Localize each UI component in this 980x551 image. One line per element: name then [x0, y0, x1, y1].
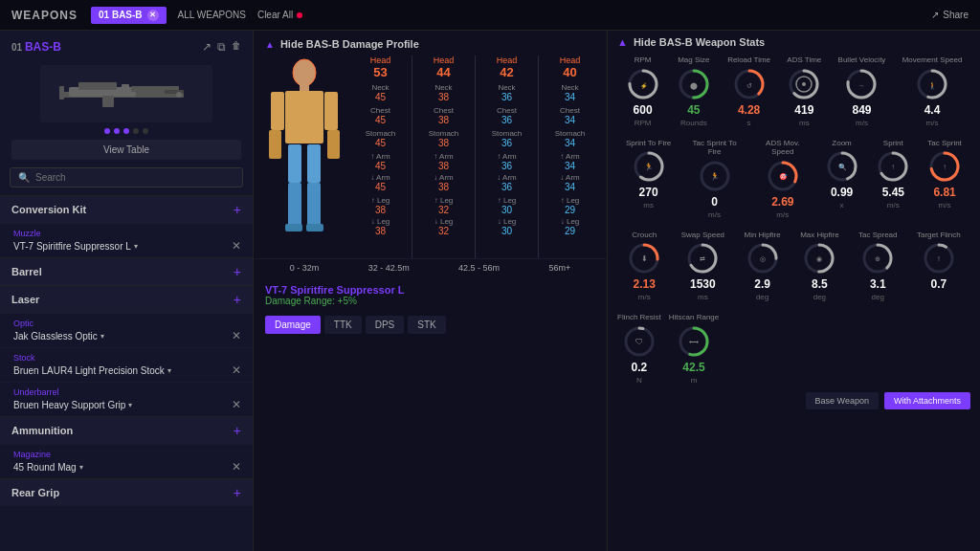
clear-indicator: [297, 12, 302, 18]
col3-head-label: Head: [497, 55, 518, 65]
col2-head-val: 44: [436, 65, 450, 79]
col1-head-val: 53: [373, 65, 387, 79]
svg-rect-17: [307, 144, 321, 183]
tab-ttk[interactable]: TTK: [324, 316, 362, 334]
share-button[interactable]: ↗ Share: [931, 10, 969, 20]
search-input[interactable]: [35, 172, 234, 183]
svg-text:↑: ↑: [943, 163, 947, 171]
dot-2[interactable]: [114, 128, 120, 134]
underbarrel-remove-button[interactable]: ✕: [232, 398, 241, 411]
max-hipfire-label: Max Hipfire: [800, 231, 838, 240]
view-table-button[interactable]: View Table: [11, 140, 241, 160]
svg-text:◉: ◉: [816, 255, 822, 262]
col2-stomach-label: Stomach: [429, 129, 459, 138]
tab-stk[interactable]: STK: [408, 316, 445, 334]
base-weapon-toggle[interactable]: Base Weapon: [806, 392, 879, 409]
sprint-fire-value: 270: [639, 186, 658, 199]
stat-swap-speed: Swap Speed ⇄ 1530 ms: [681, 231, 724, 302]
col4-leg1-label: ↑ Leg: [561, 196, 580, 205]
muzzle-remove-button[interactable]: ✕: [232, 239, 241, 253]
col3-leg2-label: ↓ Leg: [498, 217, 517, 226]
optic-attachment-row: Jak Glassless Optic ▾ ✕: [13, 329, 241, 342]
tab-dps[interactable]: DPS: [366, 316, 405, 334]
col1-stomach-val: 45: [375, 138, 386, 148]
rpm-unit: RPM: [635, 119, 652, 127]
all-weapons-link[interactable]: ALL WEAPONS: [178, 10, 246, 20]
close-tab-button[interactable]: ✕: [147, 10, 159, 21]
range-row: 0 - 32m 32 - 42.5m 42.5 - 56m 56m+: [254, 258, 607, 276]
svg-text:⚡: ⚡: [639, 82, 647, 90]
laser-add-icon[interactable]: +: [234, 293, 241, 306]
active-weapon-tab[interactable]: 01 BAS-B ✕: [91, 7, 167, 24]
col4-leg2-label: ↓ Leg: [561, 217, 580, 226]
magazine-remove-button[interactable]: ✕: [232, 460, 241, 474]
stock-attachment-row: Bruen LAUR4 Light Precision Stock ▾ ✕: [13, 364, 241, 377]
col1-arm2-label: ↓ Arm: [370, 173, 390, 182]
ads-gauge: [787, 67, 821, 101]
tac-spread-value: 3.1: [870, 277, 886, 291]
dot-5[interactable]: [143, 128, 148, 134]
dot-3[interactable]: [123, 128, 129, 134]
tac-spread-unit: deg: [872, 293, 884, 301]
col3-leg1-val: 30: [501, 205, 512, 215]
ads-mov-gauge: 🎯: [766, 159, 800, 193]
svg-rect-5: [102, 96, 114, 107]
tab-damage[interactable]: Damage: [265, 316, 321, 334]
clear-all-button[interactable]: Clear All: [257, 10, 302, 20]
svg-rect-7: [59, 86, 64, 99]
left-panel: 01 BAS-B ↗ ⧉ 🗑: [0, 31, 254, 551]
col3-arm2-val: 36: [501, 182, 512, 192]
optic-name[interactable]: Jak Glassless Optic ▾: [13, 331, 104, 342]
col-divider-3: [538, 55, 539, 258]
underbarrel-name[interactable]: Bruen Heavy Support Grip ▾: [13, 400, 132, 410]
muzzle-name[interactable]: VT-7 Spiritfire Suppressor L ▾: [13, 241, 138, 252]
stock-name[interactable]: Bruen LAUR4 Light Precision Stock ▾: [13, 365, 171, 376]
col2-leg2-label: ↓ Leg: [434, 217, 454, 226]
laser-category[interactable]: Laser +: [0, 285, 253, 313]
stat-hitscan-range: Hitscan Range ⟷ 42.5 m: [669, 313, 719, 385]
barrel-category[interactable]: Barrel +: [0, 257, 253, 285]
stock-remove-button[interactable]: ✕: [232, 364, 241, 377]
stat-max-hipfire: Max Hipfire ◉ 8.5 deg: [800, 231, 838, 302]
weapon-stats-header: ▲ Hide BAS-B Weapon Stats: [617, 36, 970, 48]
col2-arm1-label: ↑ Arm: [434, 152, 453, 161]
crouch-gauge: ⬇: [627, 241, 661, 276]
magazine-name[interactable]: 45 Round Mag ▾: [13, 462, 83, 473]
ads-mov-speed-label: ADS Mov. Speed: [758, 139, 808, 157]
col2-arm1-val: 38: [438, 161, 449, 171]
reload-unit: s: [747, 119, 751, 127]
conversion-kit-category[interactable]: Conversion Kit +: [0, 195, 253, 223]
with-attachments-toggle[interactable]: With Attachments: [884, 392, 970, 409]
min-hipfire-unit: deg: [756, 293, 768, 301]
rear-grip-category[interactable]: Rear Grip +: [0, 478, 253, 506]
col4-stomach-val: 34: [565, 138, 575, 148]
zoom-value: 0.99: [831, 186, 853, 199]
delete-weapon-icon[interactable]: 🗑: [232, 40, 241, 54]
dot-1[interactable]: [104, 128, 110, 134]
ammunition-add-icon[interactable]: +: [234, 424, 241, 437]
target-flinch-label: Target Flinch: [917, 231, 961, 240]
conversion-kit-add-icon[interactable]: +: [234, 203, 241, 216]
share-weapon-icon[interactable]: ↗: [202, 40, 212, 54]
rpm-label: RPM: [635, 55, 652, 65]
barrel-add-icon[interactable]: +: [234, 265, 241, 278]
muzzle-attachment: Muzzle VT-7 Spiritfire Suppressor L ▾ ✕: [0, 223, 253, 257]
muzzle-chevron: ▾: [134, 242, 138, 251]
muzzle-sub-label: Muzzle: [13, 229, 241, 238]
col2-head-label: Head: [434, 55, 455, 65]
stat-reload: Reload Time ↺ 4.28 s: [727, 55, 770, 127]
ammunition-category[interactable]: Ammunition +: [0, 416, 253, 444]
col1-leg1-val: 38: [375, 205, 386, 215]
flinch-resist-value: 0.2: [632, 361, 648, 374]
rear-grip-add-icon[interactable]: +: [234, 486, 241, 499]
stat-min-hipfire: Min Hipfire ◎ 2.9 deg: [744, 231, 780, 302]
copy-weapon-icon[interactable]: ⧉: [217, 40, 226, 54]
col1-arm2-val: 45: [375, 182, 386, 192]
optic-remove-button[interactable]: ✕: [232, 329, 241, 342]
reload-value: 4.28: [738, 103, 760, 117]
damage-profile-collapse-icon[interactable]: ▲: [265, 39, 275, 50]
stats-collapse-icon[interactable]: ▲: [617, 36, 628, 48]
swap-speed-label: Swap Speed: [681, 231, 724, 240]
col1-stomach-label: Stomach: [366, 129, 396, 138]
dot-4[interactable]: [133, 128, 139, 134]
